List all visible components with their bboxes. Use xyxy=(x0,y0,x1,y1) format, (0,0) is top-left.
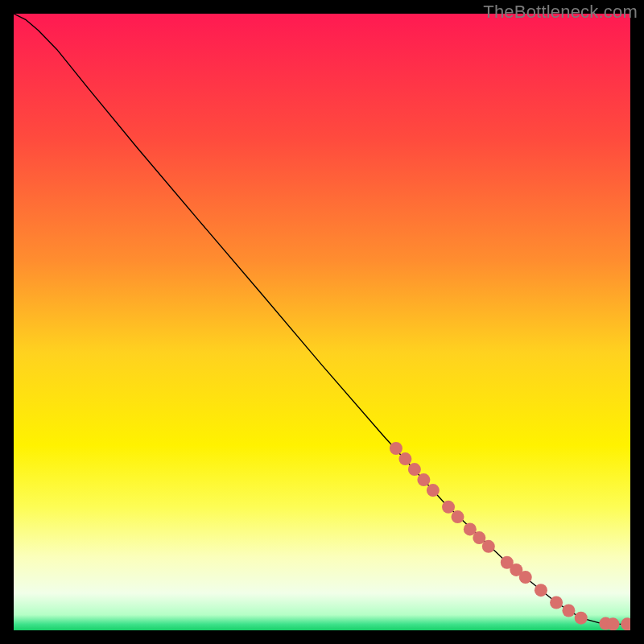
gradient-background xyxy=(14,14,630,630)
data-marker xyxy=(535,584,547,597)
chart-svg xyxy=(14,14,630,630)
data-marker xyxy=(408,463,421,476)
data-marker xyxy=(417,473,430,486)
data-marker xyxy=(427,484,440,497)
data-marker xyxy=(562,604,575,617)
data-marker xyxy=(519,571,532,584)
data-marker xyxy=(442,501,455,514)
watermark-text: TheBottleneck.com xyxy=(483,2,638,23)
data-marker xyxy=(390,442,402,455)
data-marker xyxy=(452,510,464,523)
data-marker xyxy=(550,597,563,609)
plot-area xyxy=(14,14,630,630)
data-marker xyxy=(607,617,620,630)
data-marker xyxy=(482,540,495,553)
data-marker xyxy=(398,452,411,465)
data-marker xyxy=(575,612,588,625)
chart-stage: TheBottleneck.com xyxy=(0,0,644,644)
